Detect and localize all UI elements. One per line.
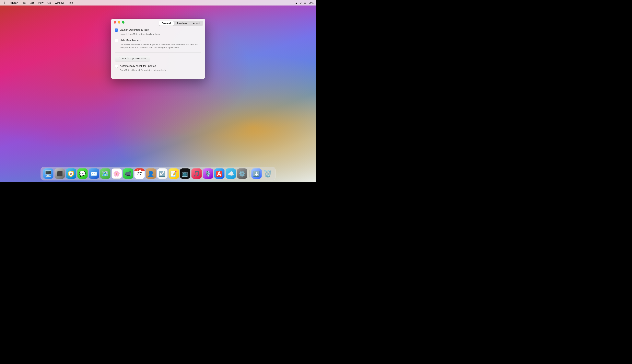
tab-general[interactable]: General [159, 21, 174, 26]
window-titlebar: General Previews About [111, 19, 205, 25]
dock-item-launchpad[interactable]: ⬛ [55, 168, 65, 179]
dock-item-safari[interactable]: 🧭 [66, 168, 76, 179]
launch-at-login-description: Launch DockMate automatically at login. [120, 32, 201, 36]
minimize-button[interactable] [118, 21, 120, 24]
dock-item-appstore[interactable]: 🅰️ [214, 168, 224, 179]
preferences-window: General Previews About Launch DockMate a… [111, 19, 205, 79]
separator [115, 52, 201, 52]
downloads-icon: ⬇️ [253, 170, 260, 177]
music-icon: 🎵 [193, 170, 200, 177]
dock-item-notes[interactable]: 📝 [169, 168, 179, 179]
hide-menubar-row: Hide Menubar Icon DockMate will hide it'… [115, 39, 201, 49]
podcasts-icon: 🎙️ [205, 170, 211, 177]
launch-at-login-checkbox-row: Launch DockMate at login [115, 28, 201, 32]
auto-check-description: DockMate will check for updates automati… [120, 68, 201, 72]
dock-item-maps[interactable]: 🗺️ [100, 168, 110, 179]
tab-about[interactable]: About [190, 21, 203, 26]
dock-item-calendar[interactable]: FEB 27 [134, 168, 145, 179]
close-button[interactable] [114, 21, 116, 24]
dock-item-podcasts[interactable]: 🎙️ [203, 168, 213, 179]
dock-item-reminders[interactable]: ☑️ [157, 168, 167, 179]
help-menu[interactable]: Help [66, 1, 75, 5]
menubar-icon-1[interactable]: ◪ [295, 2, 297, 4]
contacts-icon: 👤 [148, 170, 154, 177]
mail-icon: ✉️ [91, 170, 97, 177]
window-menu[interactable]: Window [53, 1, 65, 5]
icloud-icon: ☁️ [227, 170, 234, 177]
hide-menubar-label[interactable]: Hide Menubar Icon [120, 39, 142, 42]
maps-icon: 🗺️ [102, 170, 109, 177]
dock-item-appletv[interactable]: 📺 [180, 168, 190, 179]
maximize-button[interactable] [122, 21, 125, 24]
menubar-clock: 9:41 [309, 2, 314, 4]
safari-icon: 🧭 [68, 170, 75, 177]
notes-icon: 📝 [170, 170, 177, 177]
menubar-right: ◪ ⚲ ☰ 9:41 [295, 2, 314, 4]
dock-item-mail[interactable]: ✉️ [89, 168, 99, 179]
dock: 🖥️ ⬛ 🧭 💬 ✉️ 🗺️ 🌸 📹 FEB 27 👤 ☑️ [41, 167, 276, 180]
dock-item-icloud[interactable]: ☁️ [226, 168, 236, 179]
dock-item-messages[interactable]: 💬 [77, 168, 88, 179]
launch-at-login-label[interactable]: Launch DockMate at login [120, 28, 150, 31]
system-preferences-icon: ⚙️ [239, 170, 246, 177]
apple-menu[interactable]:  [2, 0, 8, 5]
facetime-icon: 📹 [125, 170, 132, 177]
auto-check-row: Automatically check for updates DockMate… [115, 64, 201, 72]
dock-item-facetime[interactable]: 📹 [123, 168, 133, 179]
check-updates-button-wrapper: Check for Updates Now [115, 56, 201, 64]
finder-icon: 🖥️ [45, 170, 52, 177]
launch-at-login-checkbox[interactable] [115, 28, 118, 32]
tab-previews[interactable]: Previews [174, 21, 190, 26]
dock-item-finder[interactable]: 🖥️ [43, 168, 53, 179]
dock-item-music[interactable]: 🎵 [191, 168, 202, 179]
dock-item-system-preferences[interactable]: ⚙️ [237, 168, 247, 179]
check-updates-button[interactable]: Check for Updates Now [115, 56, 150, 61]
auto-check-label[interactable]: Automatically check for updates [120, 64, 156, 68]
go-menu[interactable]: Go [46, 1, 52, 5]
hide-menubar-description: DockMate will hide it's helper applicati… [120, 43, 201, 49]
auto-check-checkbox[interactable] [115, 65, 118, 68]
launch-at-login-row: Launch DockMate at login Launch DockMate… [115, 28, 201, 36]
menubar-search-icon[interactable]: ⚲ [300, 2, 302, 4]
view-menu[interactable]: View [36, 1, 45, 5]
hide-menubar-checkbox[interactable] [115, 39, 118, 42]
hide-menubar-checkbox-row: Hide Menubar Icon [115, 39, 201, 42]
launchpad-icon: ⬛ [57, 170, 63, 177]
window-content: Launch DockMate at login Launch DockMate… [111, 25, 205, 79]
traffic-lights [114, 21, 125, 24]
messages-icon: 💬 [79, 170, 86, 177]
dock-item-contacts[interactable]: 👤 [146, 168, 156, 179]
appstore-icon: 🅰️ [216, 170, 223, 177]
finder-menu-label[interactable]: Finder [8, 1, 19, 5]
dock-divider [249, 170, 249, 178]
calendar-month: FEB [134, 168, 145, 172]
menubar:  Finder File Edit View Go Window Help ◪… [0, 0, 316, 6]
edit-menu[interactable]: Edit [28, 1, 36, 5]
dock-item-trash[interactable]: 🗑️ [263, 168, 273, 179]
window-tabs: General Previews About [159, 21, 203, 26]
calendar-day: 27 [137, 172, 142, 176]
trash-icon: 🗑️ [264, 170, 272, 178]
calendar-icon: FEB 27 [134, 168, 145, 179]
reminders-icon: ☑️ [159, 170, 166, 177]
menubar-controlcenter-icon[interactable]: ☰ [304, 2, 306, 4]
auto-check-checkbox-row: Automatically check for updates [115, 64, 201, 68]
dock-item-downloads[interactable]: ⬇️ [251, 168, 262, 179]
file-menu[interactable]: File [20, 1, 27, 5]
photos-icon: 🌸 [113, 170, 120, 177]
appletv-icon: 📺 [182, 170, 189, 177]
dock-item-photos[interactable]: 🌸 [112, 168, 122, 179]
